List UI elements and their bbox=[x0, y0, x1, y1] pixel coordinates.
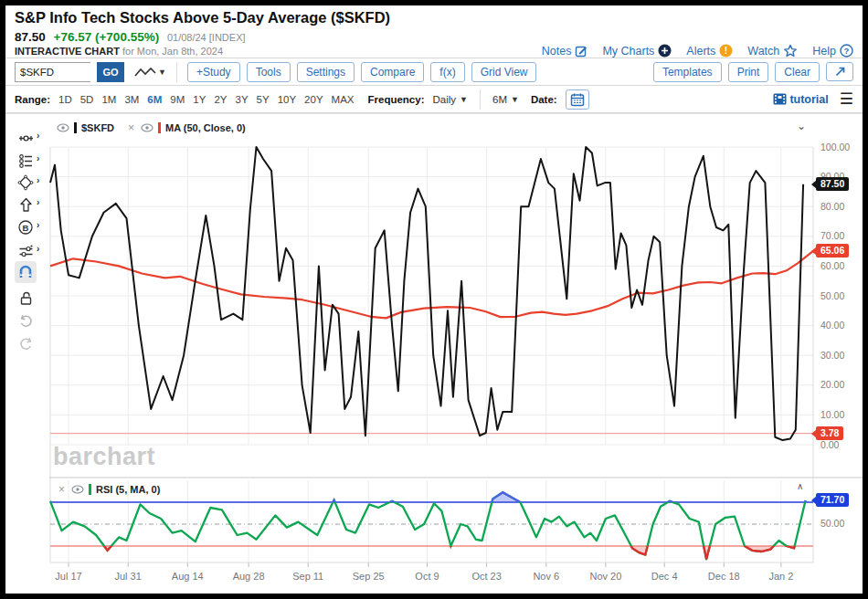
buy-sell-marker-tool-expand[interactable]: › bbox=[37, 220, 39, 230]
arrow-tool[interactable] bbox=[15, 194, 37, 215]
shapes-tool-expand[interactable]: › bbox=[37, 175, 39, 185]
range-10y[interactable]: 10Y bbox=[278, 94, 296, 105]
y-axis-tick-label: 100.00 bbox=[820, 142, 861, 152]
period-value: 6M bbox=[492, 94, 507, 105]
rsi-pane-legend: × RSI (5, MA, 0) bbox=[57, 483, 160, 496]
indicator-sliders-tool-expand[interactable]: › bbox=[37, 244, 39, 254]
toolbar-right-buttons: TemplatesPrintClear bbox=[653, 62, 820, 82]
help-link[interactable]: Help ? bbox=[812, 44, 853, 58]
svg-text:?: ? bbox=[844, 46, 850, 56]
toolbar-button-clear[interactable]: Clear bbox=[775, 62, 820, 82]
remove-rsi-icon[interactable]: × bbox=[57, 483, 67, 496]
svg-text:!: ! bbox=[725, 46, 727, 56]
x-axis-tick-label: Dec 18 bbox=[708, 571, 740, 582]
toolbar-button-compare[interactable]: Compare bbox=[361, 62, 424, 82]
indicator-sliders-tool[interactable] bbox=[15, 240, 37, 262]
my-charts-link[interactable]: My Charts bbox=[602, 44, 672, 58]
line-studies-tool[interactable] bbox=[15, 150, 37, 172]
tutorial-label: tutorial bbox=[789, 93, 828, 106]
tutorial-link[interactable]: tutorial bbox=[773, 93, 828, 106]
toolbar-right: TemplatesPrintClear bbox=[653, 62, 853, 82]
frequency-select[interactable]: Daily ▼ bbox=[433, 94, 468, 105]
notes-link[interactable]: Notes bbox=[542, 45, 588, 58]
remove-ma-icon[interactable]: × bbox=[126, 121, 136, 134]
range-3m[interactable]: 3M bbox=[124, 94, 139, 105]
last-price: 87.50 bbox=[15, 30, 46, 44]
y-axis-tick-label: 50.00 bbox=[820, 290, 861, 301]
buy-sell-marker-tool[interactable]: B bbox=[15, 216, 37, 238]
frequency-label: Frequency: bbox=[368, 94, 425, 105]
rsi-legend-label: RSI (5, MA, 0) bbox=[96, 484, 160, 495]
range-1y[interactable]: 1Y bbox=[193, 94, 206, 105]
toolbar-button--study[interactable]: +Study bbox=[187, 62, 240, 82]
toolbar-button-tools[interactable]: Tools bbox=[247, 62, 291, 82]
range-max[interactable]: MAX bbox=[332, 94, 355, 105]
visibility-eye-icon[interactable] bbox=[57, 123, 69, 132]
collapse-rsi-pane-icon[interactable]: ∧ bbox=[797, 481, 803, 491]
chevron-down-icon: ▼ bbox=[511, 95, 519, 104]
go-button[interactable]: GO bbox=[97, 62, 124, 82]
range-2y[interactable]: 2Y bbox=[214, 94, 227, 105]
collapse-main-pane-icon[interactable]: ⌄ bbox=[797, 120, 806, 132]
toolbar-button-templates[interactable]: Templates bbox=[653, 62, 722, 82]
rsi-mid-label: 50.00 bbox=[820, 518, 844, 529]
symbol-legend-label: $SKFD bbox=[81, 122, 114, 133]
toolbar-button-f-x-[interactable]: f(x) bbox=[430, 62, 464, 82]
quote-row: 87.50 +76.57 (+700.55%) 01/08/24 [INDEX] bbox=[15, 30, 246, 44]
rsi-value-badge: 71.70 bbox=[816, 493, 849, 507]
line-studies-tool-expand[interactable]: › bbox=[37, 153, 39, 163]
range-20y[interactable]: 20Y bbox=[304, 94, 323, 105]
range-label: Range: bbox=[15, 94, 50, 105]
toolbar-button-settings[interactable]: Settings bbox=[297, 62, 355, 82]
page-title: S&P Info Tech Stocks Above 5-Day Average… bbox=[15, 9, 390, 26]
date-picker-button[interactable] bbox=[566, 89, 589, 110]
y-axis-tick-label: 20.00 bbox=[820, 379, 861, 390]
shapes-tool[interactable] bbox=[15, 172, 37, 194]
x-axis-tick-label: Oct 23 bbox=[471, 571, 501, 582]
expand-chart-button[interactable] bbox=[826, 62, 853, 81]
chevron-down-icon: ▼ bbox=[158, 68, 166, 77]
x-axis-tick-label: Jul 17 bbox=[55, 571, 81, 582]
undo-button[interactable] bbox=[15, 310, 37, 331]
alerts-link[interactable]: Alerts ! bbox=[686, 44, 733, 58]
film-icon bbox=[773, 93, 787, 105]
date-label: Date: bbox=[531, 94, 557, 105]
range-9m[interactable]: 9M bbox=[170, 94, 185, 105]
annotation-tool[interactable] bbox=[15, 127, 37, 149]
symbol-input[interactable] bbox=[15, 62, 90, 82]
period-select[interactable]: 6M ▼ bbox=[492, 94, 519, 105]
last-price-badge: 87.50 bbox=[816, 177, 849, 191]
subtitle: INTERACTIVE CHART for Mon, Jan 8th, 2024 bbox=[15, 46, 223, 57]
price-and-rsi-chart[interactable] bbox=[5, 114, 863, 594]
watch-link[interactable]: Watch bbox=[747, 44, 798, 58]
expand-arrow-icon bbox=[834, 66, 846, 78]
x-axis-tick-label: Jan 2 bbox=[768, 571, 793, 582]
barchart-watermark: barchart bbox=[53, 443, 155, 471]
alerts-label: Alerts bbox=[686, 45, 715, 58]
x-axis-tick-label: Aug 28 bbox=[233, 571, 265, 582]
range-5d[interactable]: 5D bbox=[80, 94, 94, 105]
range-3y[interactable]: 3Y bbox=[235, 94, 248, 105]
hline-value-badge: 3.78 bbox=[816, 426, 843, 440]
toolbar-button-print[interactable]: Print bbox=[728, 62, 769, 82]
arrow-tool-expand[interactable]: › bbox=[37, 197, 39, 207]
chart-type-selector[interactable]: ▼ bbox=[134, 66, 166, 79]
visibility-eye-icon[interactable] bbox=[71, 485, 84, 494]
range-6m[interactable]: 6M bbox=[147, 94, 162, 105]
annotation-tool-expand[interactable]: › bbox=[37, 131, 39, 141]
lock-tool[interactable] bbox=[15, 287, 37, 309]
magnet-tool[interactable] bbox=[15, 261, 37, 283]
x-axis-tick-label: Jul 31 bbox=[114, 571, 141, 582]
hamburger-menu-icon[interactable]: ☰ bbox=[840, 91, 853, 107]
range-1d[interactable]: 1D bbox=[58, 94, 72, 105]
redo-button[interactable] bbox=[15, 332, 37, 354]
price-change: +76.57 (+700.55%) bbox=[54, 30, 160, 44]
range-5y[interactable]: 5Y bbox=[257, 94, 270, 105]
ma-legend-label: MA (50, Close, 0) bbox=[165, 122, 246, 133]
toolbar-button-grid-view[interactable]: Grid View bbox=[471, 62, 537, 82]
range-1m[interactable]: 1M bbox=[101, 94, 116, 105]
frequency-value: Daily bbox=[433, 94, 457, 105]
visibility-eye-icon[interactable] bbox=[141, 123, 153, 132]
x-axis-tick-label: Sep 11 bbox=[292, 571, 323, 582]
chart-toolbar: GO ▼ +StudyToolsSettingsComparef(x)Grid … bbox=[5, 58, 863, 86]
